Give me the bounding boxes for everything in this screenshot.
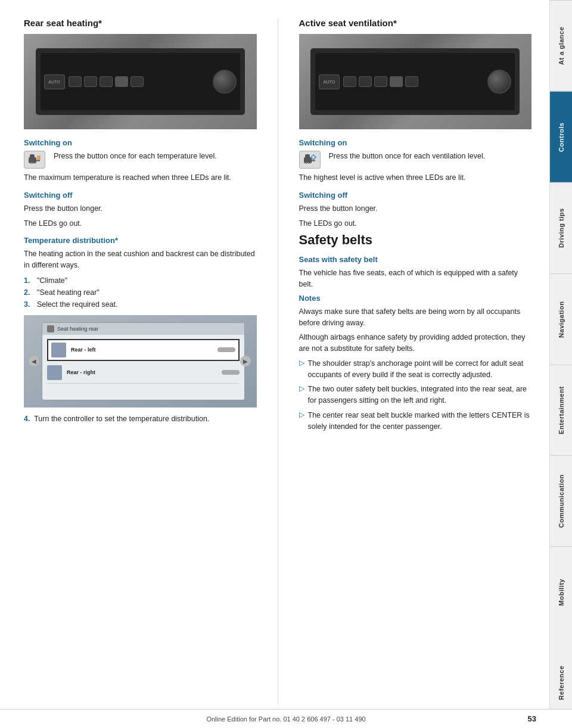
active-seat-ventilation-image: AUTO (299, 34, 532, 129)
vent-icon-svg (303, 154, 316, 166)
seat-heat-button-icon (24, 151, 45, 169)
bullet-text-1: The shoulder strap's anchorage point wil… (308, 358, 532, 381)
rear-seat-heating-image: AUTO (24, 34, 257, 129)
notes-title: Notes (299, 294, 532, 303)
sidebar: At a glance Controls Driving tips Naviga… (549, 0, 572, 728)
screen-slider-right (222, 370, 240, 375)
left-switching-off-title: Switching off (24, 191, 257, 200)
btn4 (115, 76, 128, 87)
left-switching-on-note: The maximum temperature is reached when … (24, 172, 257, 183)
list-item: 1. "Climate" (24, 275, 257, 287)
screen-background: ◀ Seat heating rear Rear - left (24, 315, 257, 407)
list-text-1: "Climate" (37, 275, 67, 287)
footer: Online Edition for Part no. 01 40 2 606 … (0, 709, 572, 728)
btn5 (130, 76, 144, 87)
right-knob (487, 70, 511, 94)
screen-ui-panel: Seat heating rear Rear - left (42, 322, 245, 400)
seat-icon-right (47, 365, 62, 380)
right-switching-off-text2: The LEDs go out. (299, 218, 532, 229)
buttons-row (69, 76, 209, 87)
screen-header-icon (47, 325, 54, 332)
rbtn3 (374, 76, 387, 87)
seat-icon-svg (28, 154, 41, 166)
bullet-item-3: ▷ The center rear seat belt buckle marke… (299, 410, 532, 433)
bullet-item-2: ▷ The two outer safety belt buckles, int… (299, 384, 532, 406)
right-column: Active seat ventilation* AUTO (299, 18, 532, 704)
screen-body: Rear - left Rear - right (42, 335, 244, 387)
screen-slider-left (217, 347, 235, 352)
screen-header-text: Seat heating rear (57, 326, 98, 332)
left-switching-on-block: Press the button once for each temperatu… (24, 151, 257, 169)
sidebar-item-communication[interactable]: Communication (550, 455, 572, 546)
right-switching-on-text: Press the button once for each ventilati… (329, 151, 532, 162)
svg-rect-6 (305, 154, 310, 158)
right-switching-on-note: The highest level is active when three L… (299, 172, 532, 183)
btn1 (69, 76, 82, 87)
list-num-3: 3. (24, 298, 35, 310)
right-switching-off-title: Switching off (299, 191, 532, 200)
nav-right-arrow: ▶ (240, 356, 251, 366)
list-num-1: 1. (24, 275, 35, 287)
right-switching-on-title: Switching on (299, 138, 532, 147)
right-section-title: Active seat ventilation* (299, 18, 532, 28)
list-item: 3. Select the required seat. (24, 298, 257, 310)
svg-rect-1 (30, 154, 35, 158)
auto-btn: AUTO (44, 74, 65, 89)
seat-icon-left (51, 343, 66, 357)
footer-text: Online Edition for Part no. 01 40 2 606 … (206, 715, 365, 723)
left-section-title: Rear seat heating* (24, 18, 257, 28)
bullet-arrow-3: ▷ (299, 410, 304, 419)
rbtn5 (405, 76, 418, 87)
temp-dist-title: Temperature distribution* (24, 236, 257, 245)
bullet-text-2: The two outer safety belt buckles, integ… (308, 384, 532, 406)
rbtn1 (343, 76, 356, 87)
buttons-row-right (343, 76, 484, 87)
column-divider (278, 18, 278, 704)
btn2 (84, 76, 97, 87)
list-item: 2. "Seat heating rear" (24, 287, 257, 298)
sidebar-item-controls[interactable]: Controls (550, 91, 572, 182)
step4-num: 4. (24, 415, 30, 423)
nav-left-arrow: ◀ (29, 356, 39, 366)
bullet-text-3: The center rear seat belt buckle marked … (308, 410, 532, 433)
screen-row-left: Rear - left (47, 339, 240, 361)
list-text-2: "Seat heating rear" (37, 287, 100, 298)
list-num-2: 2. (24, 287, 35, 298)
left-switching-off-text2: The LEDs go out. (24, 218, 257, 229)
screen-row-right: Rear - right (47, 362, 240, 384)
left-knob (213, 70, 237, 94)
bullet-item-1: ▷ The shoulder strap's anchorage point w… (299, 358, 532, 381)
seat-vent-button-icon (299, 151, 321, 169)
right-switching-off-text1: Press the button longer. (299, 203, 532, 214)
left-switching-on-text: Press the button once for each temperatu… (54, 151, 257, 162)
screen-label-right: Rear - right (67, 369, 95, 375)
sidebar-item-entertainment[interactable]: Entertainment (550, 365, 572, 456)
temp-dist-list: 1. "Climate" 2. "Seat heating rear" 3. S… (24, 275, 257, 310)
sidebar-item-navigation[interactable]: Navigation (550, 273, 572, 365)
btn3 (100, 76, 113, 87)
svg-point-10 (312, 155, 315, 159)
notes-text1: Always make sure that safety belts are b… (299, 306, 532, 329)
rbtn4 (390, 76, 403, 87)
left-column: Rear seat heating* AUTO (24, 18, 257, 704)
temp-dist-intro: The heating action in the seat cushion a… (24, 248, 257, 271)
seats-text: The vehicle has five seats, each of whic… (299, 267, 532, 290)
rbtn2 (359, 76, 372, 87)
seat-heating-screen: ◀ Seat heating rear Rear - left (24, 315, 257, 407)
seats-title: Seats with safety belt (299, 255, 532, 264)
safety-belts-title: Safety belts (299, 232, 532, 248)
sidebar-item-mobility[interactable]: Mobility (550, 546, 572, 637)
screen-header-bar: Seat heating rear (42, 323, 244, 335)
bullet-arrow-1: ▷ (299, 359, 304, 367)
sidebar-item-at-a-glance[interactable]: At a glance (550, 0, 572, 91)
left-switching-off-text1: Press the button longer. (24, 203, 257, 214)
notes-text2: Although airbags enhance safety by provi… (299, 332, 532, 354)
page-number: 53 (528, 714, 536, 723)
step4-label: Turn the controller to set the temperatu… (34, 415, 209, 423)
auto-btn-right: AUTO (319, 74, 340, 89)
bullet-arrow-2: ▷ (299, 384, 304, 393)
right-switching-on-block: Press the button once for each ventilati… (299, 151, 532, 169)
screen-label-left: Rear - left (71, 347, 96, 353)
sidebar-item-driving-tips[interactable]: Driving tips (550, 182, 572, 273)
left-switching-on-title: Switching on (24, 138, 257, 147)
